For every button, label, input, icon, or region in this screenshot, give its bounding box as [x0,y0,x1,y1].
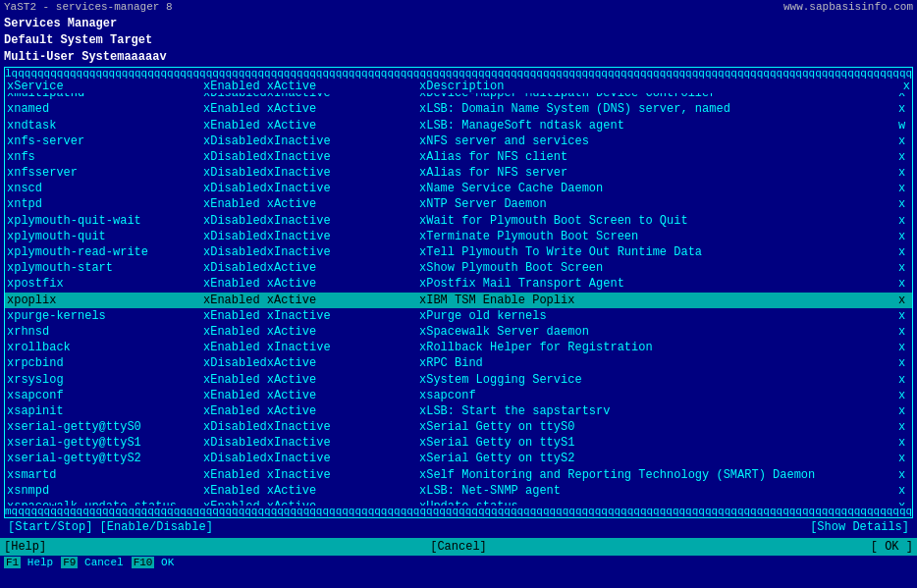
service-desc: xNFS server and services [419,134,898,149]
service-x-marker: x [898,388,910,403]
service-desc: xAlias for NFS server [419,165,898,181]
table-row[interactable]: xplymouth-quitxDisabledxInactivexTermina… [5,229,912,244]
service-desc: xSystem Logging Service [419,372,898,388]
table-row[interactable]: xplymouth-read-writexDisabledxInactivexT… [5,244,912,260]
service-name: xrsyslog [7,372,203,388]
service-name: xplymouth-quit [7,229,203,244]
service-desc: xRollback Helper for Registration [419,340,898,355]
service-status: xDisabledxInactive [203,93,419,101]
service-x-marker: x [898,93,910,101]
service-name: xsmartd [7,467,203,483]
service-status: xDisabledxActive [203,355,419,371]
service-status: xDisabledxInactive [203,149,419,165]
service-name: xserial-getty@ttyS0 [7,419,203,435]
service-name: xnfs [7,149,203,165]
service-x-marker: x [898,213,910,229]
service-status: xDisabledxInactive [203,165,419,181]
f1-key[interactable]: F1 [4,557,21,568]
service-status: xEnabled xActive [203,293,419,308]
service-name: xpostfix [7,276,203,292]
table-row[interactable]: xpostfixxEnabled xActivexPostfix Mail Tr… [5,276,912,292]
table-row[interactable]: xnamedxEnabled xActivexLSB: Domain Name … [5,101,912,117]
service-x-marker: x [898,149,910,165]
f10-label: OK [161,557,174,568]
service-name: xnfsserver [7,165,203,181]
service-x-marker: x [898,134,910,149]
app-title: Services Manager [4,16,913,32]
service-x-marker: x [898,196,910,212]
service-desc: xSelf Monitoring and Reporting Technolog… [419,467,898,483]
service-x-marker: x [898,435,910,451]
table-row[interactable]: xserial-getty@ttyS0xDisabledxInactivexSe… [5,419,912,435]
service-status: xDisabledxInactive [203,451,419,466]
table-row[interactable]: xmultipathdxDisabledxInactivexDevice-Map… [5,93,912,101]
f9-key[interactable]: F9 [61,557,78,568]
start-stop-enable-disable[interactable]: [Start/Stop] [Enable/Disable] [8,520,213,534]
service-name: xpurge-kernels [7,308,203,324]
service-status: xEnabled xActive [203,276,419,292]
service-status: xEnabled xActive [203,499,419,506]
service-name: xntpd [7,196,203,212]
service-name: xserial-getty@ttyS2 [7,451,203,466]
service-x-marker: x [898,340,910,355]
service-name: xnscd [7,181,203,196]
service-x-marker: x [898,499,910,506]
system-target-label: Default System Target [4,32,913,49]
service-x-marker: x [898,308,910,324]
table-row[interactable]: xrpcbindxDisabledxActivexRPC Bindx [5,355,912,371]
show-details[interactable]: [Show Details] [810,520,909,534]
service-status: xDisabledxInactive [203,244,419,260]
service-name: xrpcbind [7,355,203,371]
table-row[interactable]: xnfsserverxDisabledxInactivexAlias for N… [5,165,912,181]
table-row[interactable]: xpoplixxEnabled xActivexIBM TSM Enable P… [5,293,912,308]
service-x-marker: x [898,244,910,260]
table-row[interactable]: xndtaskxEnabled xActivexLSB: ManageSoft … [5,118,912,134]
service-status: xDisabledxInactive [203,213,419,229]
service-name: xmultipathd [7,93,203,101]
service-desc: xLSB: Start the sapstartsrv [419,403,898,419]
help-button[interactable]: [Help] [4,540,46,554]
table-row[interactable]: xntpdxEnabled xActivexNTP Server Daemonx [5,196,912,212]
service-name: xsapinit [7,403,203,419]
service-x-marker: x [898,372,910,388]
service-status: xEnabled xActive [203,372,419,388]
table-row[interactable]: xsapinitxEnabled xActivexLSB: Start the … [5,403,912,419]
service-name: xserial-getty@ttyS1 [7,435,203,451]
services-list[interactable]: xlvm2-pvscan@8:80xDisabledxActivexLVM2 P… [5,93,912,506]
table-row[interactable]: xpurge-kernelsxEnabled xInactivexPurge o… [5,308,912,324]
table-row[interactable]: xnfs-serverxDisabledxInactivexNFS server… [5,134,912,149]
service-status: xEnabled xActive [203,388,419,403]
table-row[interactable]: xnscdxDisabledxInactivexName Service Cac… [5,181,912,196]
service-x-marker: x [898,165,910,181]
service-desc: xPostfix Mail Transport Agent [419,276,898,292]
table-row[interactable]: xrsyslogxEnabled xActivexSystem Logging … [5,372,912,388]
table-row[interactable]: xplymouth-startxDisabledxActivexShow Ply… [5,260,912,276]
table-row[interactable]: xserial-getty@ttyS1xDisabledxInactivexSe… [5,435,912,451]
f10-key[interactable]: F10 [132,557,155,568]
service-name: xplymouth-quit-wait [7,213,203,229]
table-row[interactable]: xsnmpdxEnabled xActivexLSB: Net-SNMP age… [5,483,912,499]
table-row[interactable]: xrhnsdxEnabled xActivexSpacewalk Server … [5,324,912,340]
service-desc: xTell Plymouth To Write Out Runtime Data [419,244,898,260]
table-row[interactable]: xplymouth-quit-waitxDisabledxInactivexWa… [5,213,912,229]
ok-button[interactable]: [ OK ] [871,540,913,554]
table-row[interactable]: xsmartdxEnabled xInactivexSelf Monitorin… [5,467,912,483]
table-row[interactable]: xserial-getty@ttyS2xDisabledxInactivexSe… [5,451,912,466]
service-desc: xLSB: Domain Name System (DNS) server, n… [419,101,898,117]
cancel-button[interactable]: [Cancel] [430,540,487,554]
service-x-marker: x [898,260,910,276]
service-desc: xsapconf [419,388,898,403]
service-desc: xSerial Getty on ttyS0 [419,419,898,435]
table-bottom-border: mqqqqqqqqqqqqqqqqqqqqqqqqqqqqqqqqqqqqqqq… [5,506,912,517]
col-header-x: x [898,80,910,93]
table-row[interactable]: xspacewalk-update-statusxEnabled xActive… [5,499,912,506]
system-type-label: Multi-User Systemaaaaav [4,49,913,66]
service-status: xEnabled xActive [203,118,419,134]
service-desc: xAlias for NFS client [419,149,898,165]
table-row[interactable]: xsapconfxEnabled xActivexsapconfx [5,388,912,403]
table-row[interactable]: xrollbackxEnabled xInactivexRollback Hel… [5,340,912,355]
table-row[interactable]: xnfsxDisabledxInactivexAlias for NFS cli… [5,149,912,165]
service-name: xsapconf [7,388,203,403]
service-name: xrhnsd [7,324,203,340]
service-x-marker: x [898,355,910,371]
